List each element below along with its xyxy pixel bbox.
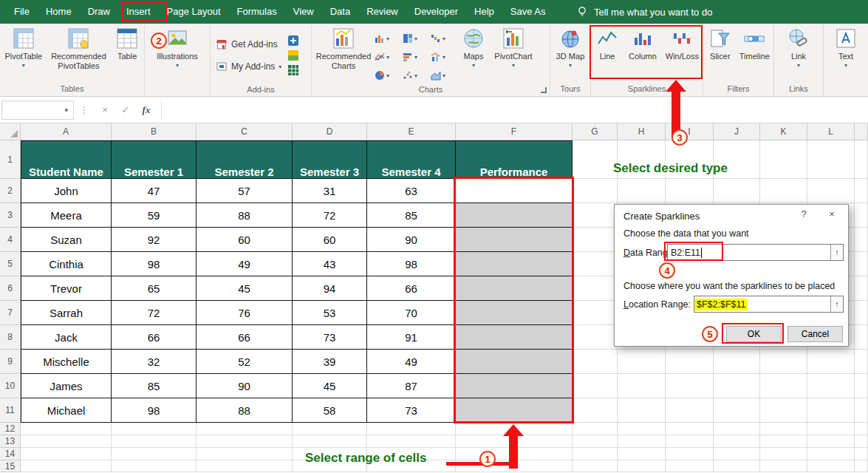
row-header-10[interactable]: 10 xyxy=(0,374,21,398)
cell-J13[interactable] xyxy=(714,435,760,448)
illustrations-dropdown-icon[interactable]: ▾ xyxy=(176,63,179,69)
cell-M8[interactable] xyxy=(855,325,868,350)
cell-F1[interactable]: Performance xyxy=(456,140,573,179)
cell-H10[interactable] xyxy=(618,374,666,398)
cell-A14[interactable] xyxy=(21,448,112,460)
cell-C1[interactable]: Semester 2 xyxy=(197,140,293,179)
cell-L9[interactable] xyxy=(807,350,855,374)
cell-D11[interactable]: 58 xyxy=(293,398,367,423)
insert-function-icon[interactable]: fx xyxy=(136,104,157,116)
cell-E4[interactable]: 90 xyxy=(367,228,456,252)
row-header-6[interactable]: 6 xyxy=(0,276,21,301)
column-header-K[interactable]: K xyxy=(760,123,807,140)
column-header-D[interactable]: D xyxy=(293,123,367,140)
cell-K10[interactable] xyxy=(760,374,807,398)
cell-J11[interactable] xyxy=(714,398,760,423)
location-range-input[interactable]: $F$2:$F$11 ↑ xyxy=(694,296,844,313)
cell-C7[interactable]: 76 xyxy=(197,301,293,325)
tab-draw[interactable]: Draw xyxy=(80,0,118,24)
cell-G7[interactable] xyxy=(573,301,618,325)
cell-C8[interactable]: 66 xyxy=(197,325,293,350)
cell-D7[interactable]: 53 xyxy=(293,301,367,325)
cell-B4[interactable]: 92 xyxy=(112,228,197,252)
cell-H13[interactable] xyxy=(618,435,666,448)
cell-F2[interactable] xyxy=(456,179,573,203)
row-header-11[interactable]: 11 xyxy=(0,398,21,423)
maps-dropdown-icon[interactable]: ▾ xyxy=(472,63,475,69)
cell-B11[interactable]: 98 xyxy=(112,398,197,423)
tell-me-box[interactable]: Tell me what you want to do xyxy=(576,0,712,24)
tab-home[interactable]: Home xyxy=(38,0,80,24)
cell-A13[interactable] xyxy=(21,435,112,448)
my-addins-dropdown-icon[interactable]: ▾ xyxy=(278,64,281,70)
cell-F9[interactable] xyxy=(456,350,573,374)
cell-M10[interactable] xyxy=(855,374,868,398)
row-header-14[interactable]: 14 xyxy=(0,448,21,460)
cell-B7[interactable]: 72 xyxy=(112,301,197,325)
cell-C15[interactable] xyxy=(197,460,293,472)
cell-M4[interactable] xyxy=(855,228,868,252)
cell-M9[interactable] xyxy=(855,350,868,374)
cell-L13[interactable] xyxy=(807,435,855,448)
name-box[interactable]: ▾ xyxy=(1,101,74,120)
cell-L2[interactable] xyxy=(807,179,855,203)
dialog-close-button[interactable]: × xyxy=(820,205,844,224)
row-header-9[interactable]: 9 xyxy=(0,350,21,374)
cell-E8[interactable]: 91 xyxy=(367,325,456,350)
formula-input[interactable] xyxy=(161,101,868,120)
cell-D10[interactable]: 45 xyxy=(293,374,367,398)
row-header-15[interactable]: 15 xyxy=(0,460,21,472)
cell-M2[interactable] xyxy=(855,179,868,203)
cell-C12[interactable] xyxy=(197,423,293,435)
maps-button[interactable]: Maps ▾ xyxy=(457,27,490,69)
cell-E7[interactable]: 70 xyxy=(367,301,456,325)
cell-I11[interactable] xyxy=(666,398,714,423)
cell-G9[interactable] xyxy=(573,350,618,374)
cell-K11[interactable] xyxy=(760,398,807,423)
column-header-E[interactable]: E xyxy=(367,123,456,140)
line-sparkline-button[interactable]: Line xyxy=(593,27,621,62)
cell-K9[interactable] xyxy=(760,350,807,374)
cell-M1[interactable] xyxy=(855,140,868,179)
select-all-button[interactable] xyxy=(0,123,21,140)
cell-G5[interactable] xyxy=(573,252,618,276)
tab-help[interactable]: Help xyxy=(466,0,502,24)
insert-pie-chart-button[interactable]: ▾ xyxy=(373,66,401,84)
cell-G11[interactable] xyxy=(573,398,618,423)
data-range-picker-button[interactable]: ↑ xyxy=(830,245,843,260)
cell-L10[interactable] xyxy=(807,374,855,398)
column-header-overflow[interactable] xyxy=(855,123,868,140)
cell-B2[interactable]: 47 xyxy=(112,179,197,203)
3d-map-dropdown-icon[interactable]: ▾ xyxy=(569,63,572,69)
cell-A9[interactable]: Mischelle xyxy=(21,350,112,374)
tab-insert[interactable]: Insert xyxy=(118,0,159,24)
cell-I10[interactable] xyxy=(666,374,714,398)
cell-J2[interactable] xyxy=(714,179,760,203)
cell-J10[interactable] xyxy=(714,374,760,398)
cell-K13[interactable] xyxy=(760,435,807,448)
cell-I14[interactable] xyxy=(666,448,714,460)
data-range-input[interactable]: B2:E11 ↑ xyxy=(667,244,844,261)
cell-D1[interactable]: Semester 3 xyxy=(293,140,367,179)
cell-F10[interactable] xyxy=(456,374,573,398)
cell-G3[interactable] xyxy=(573,203,618,228)
addin-quick-icon-1[interactable] xyxy=(287,35,299,47)
row-header-8[interactable]: 8 xyxy=(0,325,21,350)
cell-K15[interactable] xyxy=(760,460,807,472)
cell-C14[interactable] xyxy=(197,448,293,460)
tab-formulas[interactable]: Formulas xyxy=(229,0,285,24)
row-header-1[interactable]: 1 xyxy=(0,140,21,179)
insert-scatter-chart-button[interactable]: ▾ xyxy=(401,66,429,84)
enter-formula-icon[interactable]: ✓ xyxy=(115,104,136,115)
cell-D2[interactable]: 31 xyxy=(293,179,367,203)
pivottable-dropdown-icon[interactable]: ▾ xyxy=(22,63,25,69)
column-header-G[interactable]: G xyxy=(573,123,618,140)
cell-B10[interactable]: 85 xyxy=(112,374,197,398)
cell-G10[interactable] xyxy=(573,374,618,398)
cell-G15[interactable] xyxy=(573,460,618,472)
cell-K12[interactable] xyxy=(760,423,807,435)
cell-D4[interactable]: 60 xyxy=(293,228,367,252)
text-button[interactable]: Text ▾ xyxy=(829,27,863,69)
cell-F3[interactable] xyxy=(456,203,573,228)
cell-G8[interactable] xyxy=(573,325,618,350)
